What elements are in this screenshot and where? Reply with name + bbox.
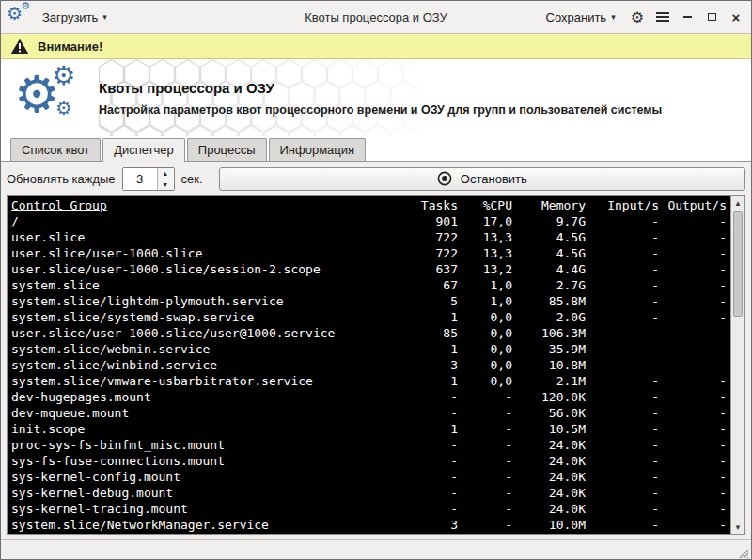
cell-value: - <box>659 357 727 373</box>
cell-value: - <box>586 405 659 421</box>
cell-value: - <box>659 373 727 389</box>
gear-icon: ⚙ <box>55 99 72 117</box>
cell-value: 3 <box>368 357 458 373</box>
cell-control-group: init.scope <box>11 421 368 437</box>
cell-value: - <box>586 437 659 453</box>
close-icon: × <box>732 10 741 24</box>
scrollbar-track[interactable] <box>731 210 744 521</box>
table-row: dev-mqueue.mount--56.0K-- <box>11 405 727 421</box>
cell-value: 120.0K <box>512 389 586 405</box>
cell-control-group: user.slice/user-1000.slice <box>11 245 368 261</box>
cell-value: - <box>458 469 512 485</box>
cell-value: 24.0K <box>512 453 586 469</box>
cell-value: - <box>586 469 659 485</box>
save-menu-label: Сохранить <box>546 10 607 24</box>
cell-value: - <box>458 501 512 517</box>
settings-gear-button[interactable]: ⚙ <box>629 7 646 28</box>
cell-value: 1 <box>368 373 458 389</box>
table-row: system.slice/NetworkManager.service3-10.… <box>11 517 727 533</box>
cell-value: 2.0G <box>512 309 586 325</box>
table-row: user.slice/user-1000.slice72213,34.5G-- <box>11 245 727 261</box>
hamburger-icon <box>656 12 669 22</box>
table-header-row: Control GroupTasks%CPUMemoryInput/sOutpu… <box>11 197 727 213</box>
cell-value: - <box>659 405 727 421</box>
cell-value: 722 <box>368 229 458 245</box>
cell-control-group: sys-fs-fuse-connections.mount <box>11 453 368 469</box>
cell-value: - <box>586 325 659 341</box>
cell-value: - <box>586 517 659 533</box>
cell-value: 1 <box>368 309 458 325</box>
stop-button[interactable]: Остановить <box>219 167 745 191</box>
cell-value: 2.7G <box>512 277 586 293</box>
cell-value: - <box>586 277 659 293</box>
scroll-up-button[interactable]: ▲ <box>731 196 744 210</box>
cell-control-group: system.slice/NetworkManager.service <box>11 517 368 533</box>
cell-control-group: system.slice/systemd-swap.service <box>11 309 368 325</box>
table-row: user.slice/user-1000.slice/user@1000.ser… <box>11 325 727 341</box>
table-row: proc-sys-fs-binfmt_misc.mount--24.0K-- <box>11 437 727 453</box>
cell-value: - <box>659 341 727 357</box>
table-row: dev-hugepages.mount--120.0K-- <box>11 389 727 405</box>
vertical-scrollbar[interactable]: ▲ ▼ <box>730 196 744 534</box>
cell-value: 10.8M <box>512 357 586 373</box>
app-logo-gears-icon: ⚙ ⚙ ⚙ <box>14 67 78 129</box>
interval-input[interactable] <box>123 168 157 190</box>
cell-value: 67 <box>368 277 458 293</box>
cell-value: 901 <box>368 213 458 229</box>
cell-value: 3 <box>368 517 458 533</box>
cell-value: - <box>659 293 727 309</box>
spin-up-button[interactable]: ▲ <box>158 168 173 179</box>
load-menu-button[interactable]: Загрузить ▾ <box>39 8 111 27</box>
cell-value: 637 <box>368 261 458 277</box>
cell-value: - <box>586 261 659 277</box>
cell-value: 35.9M <box>512 341 586 357</box>
tab-information[interactable]: Информация <box>269 138 367 161</box>
minimize-button[interactable] <box>680 9 695 24</box>
cell-value: - <box>586 421 659 437</box>
scrollbar-thumb[interactable] <box>733 211 743 317</box>
scroll-down-button[interactable]: ▼ <box>731 521 744 534</box>
cell-value: - <box>458 405 512 421</box>
cell-value: - <box>659 421 727 437</box>
dispatcher-panel: Обновлять каждые ▲ ▼ сек. Остановить <box>1 162 751 539</box>
cell-value: - <box>586 485 659 501</box>
warning-text: Внимание! <box>38 39 102 54</box>
resize-grip[interactable] <box>736 546 749 559</box>
minimize-icon <box>683 16 692 18</box>
save-menu-button[interactable]: Сохранить ▾ <box>542 8 619 27</box>
chevron-down-icon: ▾ <box>611 12 616 22</box>
cell-value: 1 <box>368 421 458 437</box>
cell-value: - <box>368 485 458 501</box>
chevron-down-icon: ▾ <box>102 12 107 22</box>
tab-processes[interactable]: Процессы <box>187 138 267 161</box>
stop-button-label: Остановить <box>461 172 527 186</box>
cell-value: 1,0 <box>458 277 512 293</box>
cell-control-group: dev-mqueue.mount <box>11 405 368 421</box>
spin-down-button[interactable]: ▼ <box>158 179 173 190</box>
cell-value: 56.0K <box>512 405 586 421</box>
tab-bar: Список квот Диспетчер Процессы Информаци… <box>1 136 751 162</box>
table-row: sys-kernel-config.mount--24.0K-- <box>11 469 727 485</box>
page-header: ⚙ ⚙ ⚙ Квоты процессора и ОЗУ Настройка п… <box>1 59 751 136</box>
cell-value: 24.0K <box>512 485 586 501</box>
cell-value: - <box>586 213 659 229</box>
status-bar <box>1 539 751 560</box>
cell-value: 5 <box>368 293 458 309</box>
column-header-memory: Memory <box>512 197 586 213</box>
menu-button[interactable] <box>655 9 670 24</box>
tab-dispatcher[interactable]: Диспетчер <box>102 138 185 162</box>
table-row: system.slice/webmin.service10,035.9M-- <box>11 341 727 357</box>
maximize-button[interactable] <box>704 9 719 24</box>
cell-value: 4.5G <box>512 245 586 261</box>
cell-value: - <box>659 389 727 405</box>
load-menu-label: Загрузить <box>42 10 98 24</box>
cell-value: - <box>458 437 512 453</box>
tab-quota-list[interactable]: Список квот <box>10 138 101 161</box>
table-row: system.slice/systemd-swap.service10,02.0… <box>11 309 727 325</box>
column-header-outputs: Output/s <box>659 197 727 213</box>
close-button[interactable]: × <box>728 9 744 24</box>
cell-value: - <box>458 485 512 501</box>
cell-value: - <box>586 309 659 325</box>
cell-value: 0,0 <box>458 325 512 341</box>
cell-value: 1 <box>368 341 458 357</box>
